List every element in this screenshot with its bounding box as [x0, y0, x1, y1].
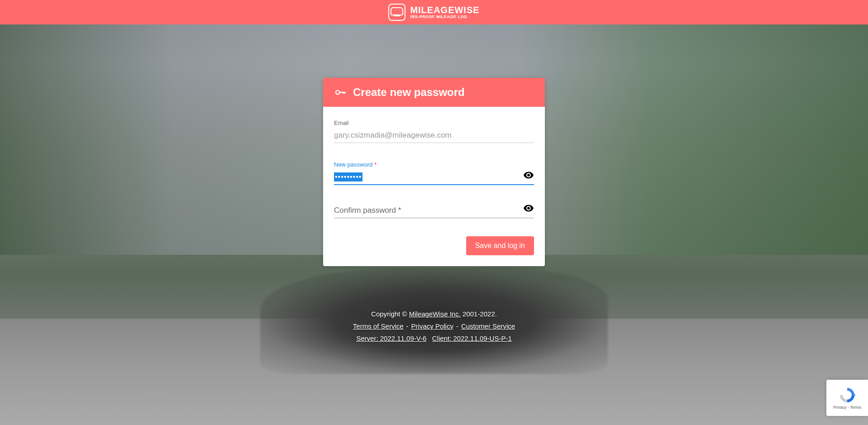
recaptcha-badge[interactable]: Privacy - Terms [826, 380, 868, 416]
recaptcha-terms[interactable]: Terms [850, 405, 861, 410]
password-card: Create new password Email New password *… [323, 78, 545, 266]
customer-service-link[interactable]: Customer Service [461, 322, 515, 330]
key-icon [334, 86, 347, 99]
toggle-confirm-visibility-icon[interactable] [523, 203, 534, 215]
privacy-link[interactable]: Privacy Policy [411, 322, 453, 330]
recaptcha-privacy[interactable]: Privacy [833, 405, 847, 410]
car-logo-icon [388, 4, 405, 21]
server-version[interactable]: Server: 2022.11.09-V-6 [356, 334, 426, 342]
page-footer: Copyright © MileageWise Inc. 2001-2022. … [0, 310, 868, 347]
brand-logo[interactable]: MILEAGEWISE IRS-PROOF MILEAGE LOG [388, 4, 479, 21]
confirm-password-field[interactable]: Confirm password * [334, 203, 534, 218]
confirm-password-placeholder: Confirm password * [334, 206, 401, 215]
company-link[interactable]: MileageWise Inc. [409, 310, 461, 318]
copyright-prefix: Copyright © [371, 310, 409, 318]
card-title: Create new password [353, 86, 465, 99]
terms-link[interactable]: Terms of Service [353, 322, 404, 330]
email-field[interactable] [334, 128, 534, 143]
card-header: Create new password [323, 78, 545, 107]
toggle-password-visibility-icon[interactable] [523, 170, 534, 182]
save-login-button[interactable]: Save and log in [466, 236, 534, 255]
client-version[interactable]: Client: 2022.11.09-US-P-1 [432, 334, 512, 342]
top-header: MILEAGEWISE IRS-PROOF MILEAGE LOG [0, 0, 868, 24]
new-password-label: New password * [334, 161, 534, 168]
brand-tagline: IRS-PROOF MILEAGE LOG [410, 14, 479, 19]
recaptcha-icon [838, 386, 856, 404]
email-label: Email [334, 119, 534, 126]
copyright-years: 2001-2022. [461, 310, 497, 318]
brand-name: MILEAGEWISE [410, 5, 479, 14]
new-password-field[interactable]: ••••••••• [334, 170, 534, 185]
